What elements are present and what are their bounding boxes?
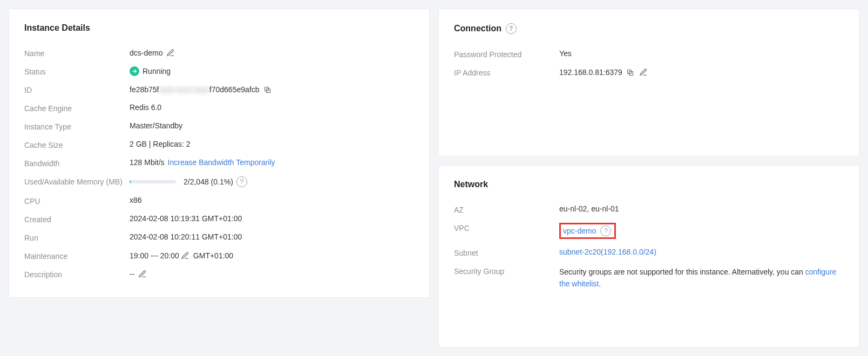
memory-help-icon[interactable]: ? (236, 176, 247, 187)
value-memory: 2/2,048 (0.1%) (184, 177, 233, 186)
value-sg-suffix: . (599, 279, 601, 288)
connection-card: Connection ? Password Protected Yes IP A… (438, 9, 859, 156)
value-cpu: x86 (130, 196, 142, 204)
network-title: Network (454, 180, 844, 189)
value-ip: 192.168.0.81:6379 (559, 68, 622, 77)
value-id-suffix: f70d665e9afcb (209, 85, 260, 94)
value-run: 2024-02-08 10:20:11 GMT+01:00 (130, 232, 242, 241)
value-password: Yes (559, 49, 572, 58)
label-type: Instance Type (24, 121, 130, 131)
label-subnet: Subnet (454, 248, 559, 257)
memory-progress-bar (130, 180, 176, 183)
value-size: 2 GB | Replicas: 2 (130, 140, 191, 148)
value-sg-prefix: Security groups are not supported for th… (559, 268, 805, 276)
edit-name-icon[interactable] (166, 48, 175, 58)
connection-title: Connection (454, 24, 501, 33)
vpc-highlighted-box: vpc-demo ? (559, 223, 616, 239)
label-cpu: CPU (24, 196, 130, 206)
label-run: Run (24, 232, 130, 242)
edit-description-icon[interactable] (138, 269, 147, 279)
copy-id-icon[interactable] (262, 85, 272, 94)
value-maintenance-tz: GMT+01:00 (193, 251, 233, 260)
value-status: Running (143, 67, 171, 76)
label-size: Cache Size (24, 140, 130, 149)
label-password: Password Protected (454, 49, 559, 59)
instance-details-title: Instance Details (24, 23, 414, 33)
value-description: -- (130, 270, 134, 278)
increase-bandwidth-link[interactable]: Increase Bandwidth Temporarily (168, 158, 275, 167)
vpc-help-icon[interactable]: ? (600, 225, 611, 236)
edit-maintenance-icon[interactable] (180, 251, 190, 261)
value-id-masked: xxxx-xxxx-xxxx (159, 85, 209, 94)
value-type: Master/Standby (130, 121, 182, 130)
value-name: dcs-demo (130, 49, 162, 57)
subnet-link[interactable]: subnet-2c20(192.168.0.0/24) (559, 248, 656, 256)
value-bandwidth: 128 Mbit/s (130, 158, 165, 167)
label-engine: Cache Engine (24, 103, 130, 113)
label-description: Description (24, 269, 130, 279)
label-bandwidth: Bandwidth (24, 158, 130, 168)
value-engine: Redis 6.0 (130, 103, 161, 112)
label-created: Created (24, 214, 130, 224)
label-az: AZ (454, 204, 559, 214)
label-sg: Security Group (454, 266, 559, 276)
value-maintenance-window: 19:00 --- 20:00 (130, 251, 179, 260)
label-name: Name (24, 48, 130, 58)
label-vpc: VPC (454, 223, 559, 232)
network-card: Network AZ eu-nl-02, eu-nl-01 VPC vpc-de… (438, 165, 859, 347)
copy-ip-icon[interactable] (626, 67, 635, 77)
label-ip: IP Address (454, 67, 559, 77)
value-az: eu-nl-02, eu-nl-01 (559, 204, 619, 213)
value-created: 2024-02-08 10:19:31 GMT+01:00 (130, 214, 242, 223)
label-id: ID (24, 85, 130, 94)
connection-help-icon[interactable]: ? (506, 23, 517, 34)
edit-ip-icon[interactable] (639, 67, 648, 77)
vpc-link[interactable]: vpc-demo (563, 227, 596, 235)
label-status: Status (24, 66, 130, 76)
value-id-prefix: fe28b75f (130, 85, 159, 94)
label-memory: Used/Available Memory (MB) (24, 176, 130, 186)
label-maintenance: Maintenance (24, 251, 130, 261)
status-running-icon (130, 66, 139, 76)
instance-details-card: Instance Details Name dcs-demo Status Ru… (9, 9, 430, 298)
